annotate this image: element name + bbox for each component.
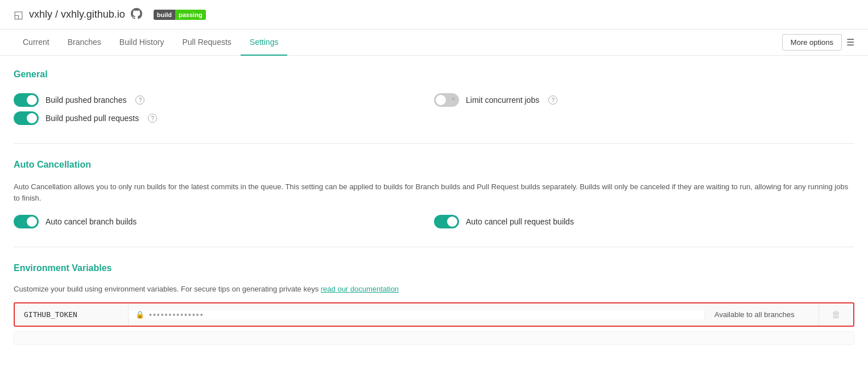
build-pushed-branches-label: Build pushed branches — [46, 95, 126, 105]
build-pushed-pull-requests-toggle[interactable] — [14, 111, 39, 125]
general-section: General Build pushed branches ? — [14, 69, 854, 127]
build-pushed-pull-requests-label: Build pushed pull requests — [46, 114, 139, 123]
limit-concurrent-jobs-help[interactable]: ? — [548, 95, 557, 105]
tab-settings[interactable]: Settings — [241, 30, 288, 56]
settings-content: General Build pushed branches ? — [0, 56, 868, 359]
repo-title: vxhly / vxhly.github.io — [29, 9, 125, 20]
env-variables-title: Environment Variables — [14, 263, 854, 273]
auto-cancellation-divider — [14, 247, 854, 247]
auto-cancel-branch-label: Auto cancel branch builds — [46, 217, 137, 226]
general-left-col: Build pushed branches ? Build pushed pul… — [14, 91, 434, 127]
nav-actions: More options ☰ — [782, 34, 854, 51]
env-var-row: GITHUB_TOKEN 🔒 •••••••••••••• Available … — [14, 302, 854, 327]
auto-cancellation-section: Auto Cancellation Auto Cancellation allo… — [14, 160, 854, 231]
auto-cancel-pull-request-toggle[interactable] — [434, 215, 459, 228]
env-var-actions: 🗑 — [819, 310, 853, 320]
repo-icon: ◱ — [14, 9, 23, 21]
more-options-button[interactable]: More options — [782, 34, 842, 51]
general-settings-grid: Build pushed branches ? Build pushed pul… — [14, 91, 854, 127]
limit-concurrent-jobs-row: Limit concurrent jobs ? — [434, 91, 854, 109]
build-pushed-branches-row: Build pushed branches ? — [14, 91, 434, 109]
tab-build-history[interactable]: Build History — [110, 30, 173, 56]
build-pushed-branches-help[interactable]: ? — [135, 95, 144, 105]
env-var-row-partial — [14, 331, 854, 345]
auto-cancel-branch-toggle[interactable] — [14, 215, 39, 228]
auto-cancellation-title: Auto Cancellation — [14, 160, 854, 170]
build-badge: build passing — [154, 10, 206, 20]
general-right-col: Limit concurrent jobs ? — [434, 91, 854, 127]
general-title: General — [14, 69, 854, 80]
delete-env-var-icon[interactable]: 🗑 — [832, 310, 841, 320]
nav-tabs: Current Branches Build History Pull Requ… — [14, 30, 287, 55]
auto-cancel-left-col: Auto cancel branch builds — [14, 213, 434, 231]
env-var-scope: Available to all branches — [705, 303, 819, 326]
env-variables-description: Customize your build using environment v… — [14, 285, 854, 293]
auto-cancellation-grid: Auto cancel branch builds Auto cancel pu… — [14, 213, 854, 231]
env-documentation-link[interactable]: read our documentation — [321, 285, 399, 293]
badge-status-label: passing — [175, 10, 206, 20]
env-var-value-wrap: 🔒 •••••••••••••• — [129, 310, 705, 319]
limit-concurrent-jobs-label: Limit concurrent jobs — [466, 95, 539, 105]
auto-cancellation-description: Auto Cancellation allows you to only run… — [14, 181, 854, 203]
env-variables-section: Environment Variables Customize your bui… — [14, 263, 854, 345]
github-icon — [131, 8, 142, 21]
env-var-name: GITHUB_TOKEN — [15, 303, 129, 326]
limit-concurrent-jobs-toggle[interactable] — [434, 93, 459, 107]
badge-build-label: build — [154, 10, 175, 20]
lock-icon: 🔒 — [135, 310, 144, 319]
env-var-value[interactable]: •••••••••••••• — [149, 310, 698, 319]
build-pushed-pull-requests-row: Build pushed pull requests ? — [14, 109, 434, 127]
main-nav: Current Branches Build History Pull Requ… — [0, 30, 868, 56]
general-divider — [14, 143, 854, 144]
auto-cancel-pull-request-row: Auto cancel pull request builds — [434, 213, 854, 231]
auto-cancel-pull-request-label: Auto cancel pull request builds — [466, 217, 574, 226]
auto-cancel-branch-row: Auto cancel branch builds — [14, 213, 434, 231]
page-header: ◱ vxhly / vxhly.github.io build passing — [0, 0, 868, 30]
tab-current[interactable]: Current — [14, 30, 59, 56]
auto-cancel-right-col: Auto cancel pull request builds — [434, 213, 854, 231]
tab-branches[interactable]: Branches — [59, 30, 110, 56]
tab-pull-requests[interactable]: Pull Requests — [173, 30, 240, 56]
build-pushed-branches-toggle[interactable] — [14, 93, 39, 107]
hamburger-icon[interactable]: ☰ — [846, 37, 854, 48]
build-pushed-pull-requests-help[interactable]: ? — [148, 114, 157, 123]
